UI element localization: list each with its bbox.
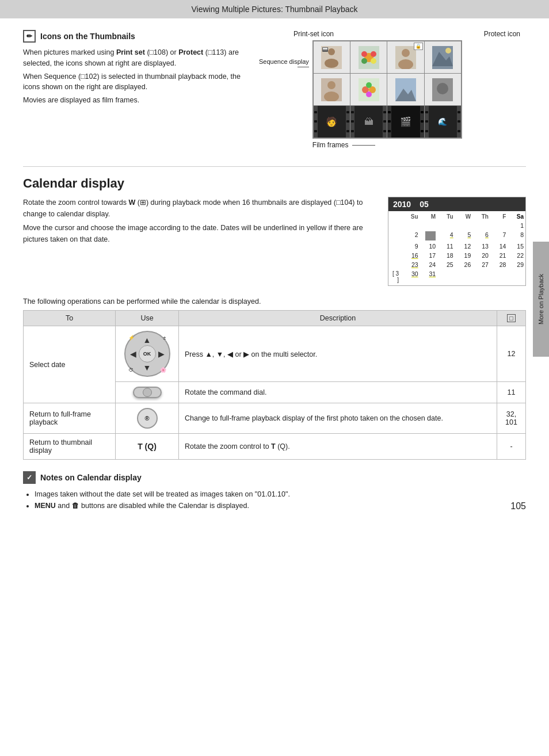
svg-point-17 [445,48,451,54]
cal-header: 2010 05 [388,197,525,211]
cal-week1: 1 [390,221,524,230]
side-tab-text: More on Playback [537,274,544,324]
protect-label: Protect icon [484,30,520,38]
page-header: Viewing Multiple Pictures: Thumbnail Pla… [0,0,549,18]
cal-grid: Su M Tu W Th F Sa [388,211,525,285]
cal-week4: 16 17 18 19 20 21 22 [390,251,524,260]
cell-select-date: Select date [24,326,116,403]
cell-fullframe-label: Return to full-frame playback [24,403,116,434]
svg-point-9 [371,51,376,57]
cal-w: W [454,212,472,221]
svg-point-1 [328,48,335,55]
thumb-film-4: 🌊 [425,106,461,138]
cell-dial-desc: Rotate the command dial. [179,382,497,403]
page-number: 105 [510,501,526,511]
thumb-film-3: 🎬 [387,106,424,138]
multi-selector-icon: ▲ ▼ ◀ ▶ ⚡ ± ⏱ 🌸 OK [124,331,170,377]
col-header-ref: □ [497,311,526,326]
svg-point-11 [371,58,376,64]
calendar-heading: Calendar display [23,176,526,191]
thumb-film-2: 🏔 [350,106,387,138]
thumb-3: 🔒 [387,41,424,73]
cal-su: Su [401,212,419,221]
cell-multi-selector: ▲ ▼ ◀ ▶ ⚡ ± ⏱ 🌸 OK [116,326,179,382]
cal-sa: Sa [506,212,524,221]
col-header-description: Description [179,311,497,326]
svg-point-13 [402,49,410,57]
table-row-thumbnail: Return to thumbnail display T (Q) Rotate… [24,434,526,460]
arrow-down-icon: ▼ [143,363,151,372]
cal-tu: Tu [436,212,454,221]
notes-section: ✓ Notes on Calendar display Images taken… [23,471,526,511]
cal-week3: 9 10 11 12 13 14 15 [390,242,524,251]
icons-heading: ✏ Icons on the Thumbnails [23,30,242,43]
command-dial-icon [133,387,162,398]
svg-point-29 [437,83,448,94]
ok-button-icon: ® [137,408,158,429]
notes-list: Images taken without the date set will b… [23,488,526,511]
svg-rect-5 [323,49,327,50]
cal-year: 2010 [393,200,411,209]
cal-week5: 23 24 25 26 27 28 29 [390,260,524,269]
thumb-8 [425,74,461,105]
t-button-icon: T (Q) [121,442,173,451]
side-tab: More on Playback [533,242,549,357]
icons-para3: Movies are displayed as film frames. [23,95,242,106]
cal-week6: [ 3 ] 30 31 [390,269,524,284]
icons-text: ✏ Icons on the Thumbnails When pictures … [23,30,242,149]
cal-para2: Move the cursor and choose the image acc… [23,222,376,245]
cell-thumbnail-label: Return to thumbnail display [24,434,116,460]
timer-icon: ⏱ [128,367,134,373]
svg-point-25 [366,91,372,97]
cell-command-dial [116,382,179,403]
cell-ref-dash: - [497,434,526,460]
thumb-4 [425,41,461,73]
cal-month: 05 [420,200,429,209]
notes-heading: ✓ Notes on Calendar display [23,471,526,484]
svg-rect-4 [323,48,327,49]
print-set-label: Print-set icon [293,30,334,38]
icons-para1: When pictures marked using Print set (□1… [23,47,242,69]
cal-num-col [390,212,401,221]
icons-section: ✏ Icons on the Thumbnails When pictures … [23,30,526,149]
arrow-right-icon: ▶ [158,349,165,358]
col-header-use: Use [116,311,179,326]
arrow-up-icon: ▲ [143,335,151,345]
cell-thumbnail-desc: Rotate the zoom control to T (Q). [179,434,497,460]
svg-point-10 [361,58,367,64]
cal-f: F [489,212,507,221]
operations-table: To Use Description □ Select date ▲ [23,310,526,460]
thumb-1 [314,41,350,73]
film-frames-label: Film frames [312,141,349,149]
cal-m: M [419,212,437,221]
table-row-select-date: Select date ▲ ▼ ◀ ▶ ⚡ ± ⏱ [24,326,526,382]
cal-th: Th [471,212,489,221]
cal-bracket: [ 3 ] [390,269,401,284]
ops-table-intro: The following operations can be performe… [23,297,526,306]
thumb-2 [350,41,387,73]
calendar-section: Calendar display Rotate the zoom control… [23,176,526,286]
calendar-widget: 2010 05 Su M Tu W Th F Sa [388,197,526,286]
svg-point-2 [325,59,338,68]
macro-icon: 🌸 [160,367,166,373]
cell-ref-11: 11 [497,382,526,403]
icons-para2: When Sequence (□102) is selected in thum… [23,71,242,93]
thumb-6 [350,74,387,105]
thumbnail-diagram: Print-set icon Protect icon Sequence dis… [259,30,526,149]
arrow-left-icon: ◀ [130,349,136,358]
svg-point-8 [361,51,367,57]
sequence-label: Sequence display [259,58,309,65]
thumb-film-1: 🧑 [314,106,350,138]
cell-ok-button: ® [116,403,179,434]
cell-multi-desc: Press ▲, ▼, ◀ or ▶ on the multi selector… [179,326,497,382]
svg-point-19 [327,81,336,89]
cell-ref-32: 32, 101 [497,403,526,434]
notes-heading-label: Notes on Calendar display [40,473,142,482]
cal-week2: 2 4 5 6 7 8 [390,230,524,242]
cal-header-row: Su M Tu W Th F Sa [390,212,524,221]
thumb-5 [314,74,350,105]
cal-para1: Rotate the zoom control towards W (⊞) du… [23,197,376,220]
thumb-7 [387,74,424,105]
exposure-icon: ± [163,335,166,341]
cell-ref-12: 12 [497,326,526,382]
